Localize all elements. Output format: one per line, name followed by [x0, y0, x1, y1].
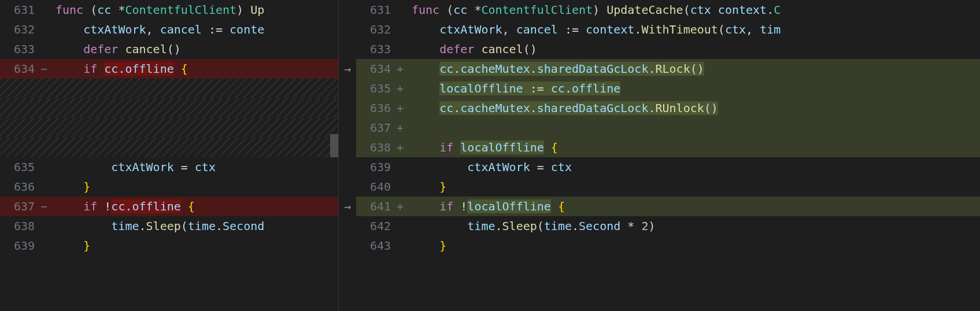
right-code-line[interactable]: 640 }: [356, 177, 980, 197]
diff-arrow-icon[interactable]: →: [339, 59, 356, 79]
arrow-spacer: [339, 79, 356, 98]
line-number: 635: [0, 158, 40, 177]
diff-arrow-icon[interactable]: →: [339, 197, 356, 216]
code-content: }: [409, 236, 980, 256]
code-content: if !cc.offline {: [53, 197, 338, 216]
code-content: func (cc *ContentfulClient) Up: [53, 1, 338, 20]
right-code-line[interactable]: 631func (cc *ContentfulClient) UpdateCac…: [356, 0, 980, 20]
diff-marker: +: [397, 119, 409, 138]
line-number: 634: [356, 60, 397, 79]
left-code-line[interactable]: [0, 79, 338, 98]
diff-marker: −: [40, 60, 53, 79]
left-code-line[interactable]: 631func (cc *ContentfulClient) Up: [0, 0, 338, 20]
line-number: 638: [0, 217, 40, 236]
left-code-line[interactable]: [0, 118, 338, 138]
code-content: defer cancel(): [409, 40, 980, 59]
left-code-line[interactable]: 636 }: [0, 177, 338, 197]
left-code-line[interactable]: 632 ctxAtWork, cancel := conte: [0, 20, 338, 39]
code-content: ctxAtWork = ctx: [409, 158, 980, 177]
line-number: 636: [356, 99, 397, 118]
code-content: if cc.offline {: [53, 60, 338, 79]
code-content: cc.cacheMutex.sharedDataGcLock.RUnlock(): [409, 99, 980, 118]
line-number: 632: [0, 20, 40, 39]
arrow-spacer: [339, 157, 356, 177]
line-number: 640: [356, 177, 397, 197]
code-content: if localOffline {: [409, 138, 980, 157]
arrow-spacer: [339, 39, 356, 59]
line-number: 631: [356, 1, 397, 20]
right-code-line[interactable]: 637+: [356, 118, 980, 138]
line-number: 642: [356, 217, 397, 236]
line-number: 643: [356, 236, 397, 256]
right-code-line[interactable]: 636+ cc.cacheMutex.sharedDataGcLock.RUnl…: [356, 98, 980, 118]
code-content: cc.cacheMutex.sharedDataGcLock.RLock(): [409, 60, 980, 79]
left-code-line[interactable]: [0, 138, 338, 157]
arrow-spacer: [339, 98, 356, 118]
arrow-spacer: [339, 138, 356, 157]
arrow-spacer: [339, 216, 356, 236]
left-code-line[interactable]: 634− if cc.offline {: [0, 59, 338, 79]
diff-marker: +: [397, 138, 409, 157]
right-code-line[interactable]: 642 time.Sleep(time.Second * 2): [356, 216, 980, 236]
code-content: }: [53, 236, 338, 256]
arrow-spacer: [339, 0, 356, 20]
line-number: 637: [0, 197, 40, 216]
line-number: 634: [0, 60, 40, 79]
code-content: func (cc *ContentfulClient) UpdateCache(…: [409, 1, 980, 20]
line-number: 636: [0, 177, 40, 197]
right-pane[interactable]: 631func (cc *ContentfulClient) UpdateCac…: [356, 0, 980, 311]
left-code-line[interactable]: 633 defer cancel(): [0, 39, 338, 59]
line-number: 639: [356, 158, 397, 177]
right-code-line[interactable]: 634+ cc.cacheMutex.sharedDataGcLock.RLoc…: [356, 59, 980, 79]
left-code-line[interactable]: 635 ctxAtWork = ctx: [0, 157, 338, 177]
right-code-line[interactable]: 633 defer cancel(): [356, 39, 980, 59]
diff-marker: −: [40, 197, 53, 216]
right-code-line[interactable]: 639 ctxAtWork = ctx: [356, 157, 980, 177]
code-content: ctxAtWork, cancel := context.WithTimeout…: [409, 20, 980, 39]
diff-marker: +: [397, 99, 409, 118]
code-content: time.Sleep(time.Second: [53, 217, 338, 236]
code-content: ctxAtWork, cancel := conte: [53, 20, 338, 39]
line-number: 641: [356, 197, 397, 216]
line-number: 632: [356, 20, 397, 39]
right-code-line[interactable]: 635+ localOffline := cc.offline: [356, 79, 980, 98]
left-code-line[interactable]: 639 }: [0, 236, 338, 256]
diff-marker: +: [397, 60, 409, 79]
line-number: 631: [0, 1, 40, 20]
left-code-line[interactable]: 637− if !cc.offline {: [0, 197, 338, 216]
arrow-spacer: [339, 20, 356, 39]
arrow-gutter: →→: [339, 0, 356, 311]
line-number: 639: [0, 236, 40, 256]
code-content: defer cancel(): [53, 40, 338, 59]
arrow-spacer: [339, 236, 356, 256]
scrollbar-thumb[interactable]: [330, 134, 338, 157]
line-number: 633: [356, 40, 397, 59]
left-code-line[interactable]: [0, 98, 338, 118]
right-code-line[interactable]: 643 }: [356, 236, 980, 256]
left-pane[interactable]: 631func (cc *ContentfulClient) Up632 ctx…: [0, 0, 339, 311]
diff-marker: +: [397, 197, 409, 216]
line-number: 635: [356, 79, 397, 98]
arrow-spacer: [339, 118, 356, 138]
right-code-line[interactable]: 638+ if localOffline {: [356, 138, 980, 157]
code-content: ctxAtWork = ctx: [53, 158, 338, 177]
diff-marker: +: [397, 79, 409, 98]
right-code-line[interactable]: 632 ctxAtWork, cancel := context.WithTim…: [356, 20, 980, 39]
line-number: 637: [356, 119, 397, 138]
line-number: 638: [356, 138, 397, 157]
code-content: if !localOffline {: [409, 197, 980, 216]
code-content: }: [409, 177, 980, 197]
diff-view: 631func (cc *ContentfulClient) Up632 ctx…: [0, 0, 980, 311]
code-content: localOffline := cc.offline: [409, 79, 980, 98]
line-number: 633: [0, 40, 40, 59]
arrow-spacer: [339, 177, 356, 197]
code-content: }: [53, 177, 338, 197]
right-code-line[interactable]: 641+ if !localOffline {: [356, 197, 980, 216]
left-code-line[interactable]: 638 time.Sleep(time.Second: [0, 216, 338, 236]
code-content: time.Sleep(time.Second * 2): [409, 217, 980, 236]
